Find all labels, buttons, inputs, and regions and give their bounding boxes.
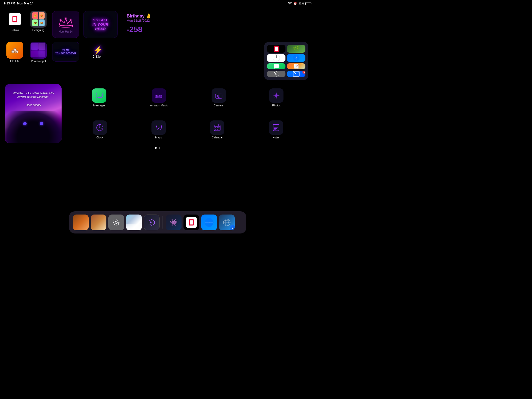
app-grid-row2: Clock Maps — [70, 120, 305, 139]
svg-rect-25 — [217, 93, 219, 94]
folder-clock — [267, 54, 285, 62]
time-display: 9:33pm — [93, 55, 103, 58]
status-date: Mon Mar 14 — [17, 2, 33, 5]
svg-text:A: A — [231, 227, 233, 229]
crown-widget: Mon, Mar 14 — [52, 11, 79, 38]
svg-point-26 — [220, 94, 221, 95]
svg-rect-42 — [217, 129, 218, 130]
app-photowidget[interactable]: Photowidget — [29, 42, 48, 63]
svg-text:A: A — [150, 220, 152, 224]
dock-safari[interactable] — [201, 215, 217, 230]
home-screen: Roblox 😊 😍 😎 🤩 Designing — [0, 7, 315, 236]
second-row: 🏘️ Idle Life Photowidget TO MEYOU ARE PE… — [5, 42, 310, 80]
neon-head-widget: IT'S ALLIN YOURHEAD — [83, 11, 118, 38]
roblox-icon — [6, 11, 23, 28]
folder-grapher: 📈 — [287, 63, 305, 69]
alarm-icon: ⏰ — [293, 2, 297, 5]
designing-icon: 😊 😍 😎 🤩 — [30, 11, 47, 28]
appstore-mini: A — [230, 225, 235, 230]
app-camera[interactable]: Camera — [212, 88, 226, 107]
svg-text:music: music — [155, 94, 162, 97]
middle-section: "In Order To Be Irreplaceable, One Alway… — [5, 84, 310, 143]
camera-icon — [212, 88, 226, 103]
app-photos[interactable]: Photos — [269, 88, 283, 107]
neon-perfect-widget: TO MEYOU ARE PERFECT — [52, 42, 79, 62]
battery-indicator — [305, 2, 311, 5]
page-dots — [5, 147, 310, 149]
status-right: ⏰ 11% — [288, 2, 311, 5]
svg-point-6 — [70, 19, 72, 21]
app-grid-container: Messages music Amazon Music — [66, 84, 310, 143]
svg-rect-38 — [215, 127, 216, 128]
app-calendar[interactable]: Calendar — [210, 120, 224, 139]
dock-system-settings[interactable]: A — [219, 215, 235, 230]
status-time: 9:33 PM — [4, 2, 15, 5]
calendar-icon — [210, 120, 224, 135]
svg-rect-52 — [190, 220, 193, 225]
folder-settings — [267, 71, 285, 77]
app-amazon-music[interactable]: music Amazon Music — [150, 88, 168, 107]
svg-point-3 — [59, 25, 73, 27]
amazon-music-label: Amazon Music — [150, 104, 168, 107]
app-roblox[interactable]: Roblox — [5, 11, 25, 32]
app-grid-row1: Messages music Amazon Music — [70, 88, 305, 107]
dock-xcode[interactable]: A — [144, 215, 160, 230]
dock-snow-photo[interactable] — [126, 215, 142, 230]
app-idle-life[interactable]: 🏘️ Idle Life — [5, 42, 25, 63]
mail-badge: 1 — [302, 71, 305, 74]
maps-icon — [151, 120, 166, 135]
idle-life-icon: 🏘️ — [6, 42, 23, 59]
lightning-icon: ⚡ — [93, 45, 103, 55]
svg-point-18 — [296, 58, 297, 58]
amazon-music-icon: music — [152, 88, 166, 103]
dock-roblox-char[interactable]: 👾 — [166, 215, 182, 230]
messages-label: Messages — [93, 104, 105, 107]
svg-point-5 — [65, 18, 66, 19]
svg-point-60 — [209, 222, 210, 223]
cat-eye-left — [23, 122, 27, 125]
page-dot-1[interactable] — [155, 147, 157, 149]
dock-settings[interactable] — [108, 215, 124, 230]
photos-icon — [269, 88, 283, 103]
dock: A 👾 — [69, 211, 246, 233]
photowidget-icon — [30, 42, 47, 59]
wifi-icon — [288, 2, 292, 5]
roblox-label: Roblox — [11, 29, 19, 32]
dock-roblox-square[interactable] — [183, 215, 199, 230]
svg-rect-41 — [215, 129, 216, 130]
dock-divider — [163, 216, 163, 229]
svg-rect-43 — [273, 124, 279, 131]
app-clock[interactable]: Clock — [93, 120, 107, 139]
messages-icon — [92, 88, 106, 103]
svg-rect-40 — [218, 127, 219, 128]
birthday-countdown: -258 — [127, 25, 151, 34]
cat-photo-widget: "In Order To Be Irreplaceable, One Alway… — [5, 84, 62, 143]
dock-dog-photo-1[interactable] — [73, 215, 89, 230]
notes-icon — [269, 120, 283, 135]
app-notes[interactable]: Notes — [269, 120, 283, 139]
app-maps[interactable]: Maps — [151, 120, 166, 139]
svg-point-31 — [100, 127, 100, 128]
birthday-widget: Birthday ✌️ Mon 11/28/2022 -258 — [127, 13, 151, 34]
svg-rect-8 — [275, 47, 278, 51]
battery-percent: 11% — [299, 2, 304, 5]
folder-mail: 1 — [287, 71, 305, 77]
photowidget-label: Photowidget — [31, 60, 46, 63]
clock-icon — [93, 120, 107, 135]
designing-folder: 😊 😍 😎 🤩 — [31, 11, 46, 28]
apps-folder[interactable]: 🌿 — [264, 42, 308, 80]
svg-point-0 — [290, 4, 290, 4]
photos-label: Photos — [272, 104, 281, 107]
dock-dog-photo-2[interactable] — [91, 215, 106, 230]
calendar-label: Calendar — [212, 136, 223, 139]
birthday-title: Birthday ✌️ — [127, 13, 151, 19]
crown-date: Mon, Mar 14 — [59, 30, 73, 33]
time-widget: ⚡ 9:33pm — [83, 42, 113, 62]
svg-point-24 — [218, 96, 219, 97]
app-designing[interactable]: 😊 😍 😎 🤩 Designing — [29, 11, 48, 32]
top-row: Roblox 😊 😍 😎 🤩 Designing — [5, 11, 310, 38]
app-messages[interactable]: Messages — [92, 88, 106, 107]
svg-point-19 — [275, 73, 277, 75]
page-dot-2[interactable] — [159, 147, 160, 149]
cat-quote-text: "In Order To Be Irreplaceable, One Alway… — [9, 91, 58, 107]
